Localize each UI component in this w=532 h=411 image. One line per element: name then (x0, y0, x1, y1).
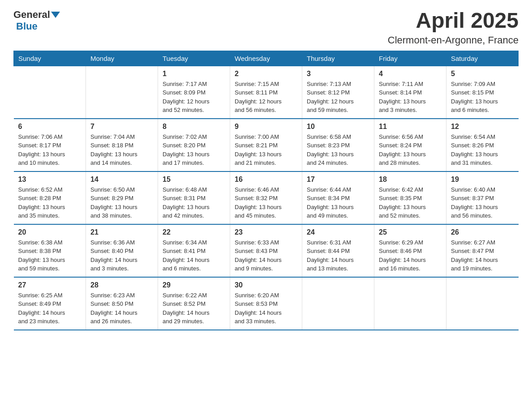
day-info: Sunrise: 6:44 AM Sunset: 8:34 PM Dayligh… (307, 185, 369, 220)
day-info: Sunrise: 7:00 AM Sunset: 8:21 PM Dayligh… (235, 133, 297, 167)
day-info: Sunrise: 7:13 AM Sunset: 8:12 PM Dayligh… (307, 80, 369, 115)
day-number: 15 (163, 176, 225, 184)
day-info: Sunrise: 7:06 AM Sunset: 8:17 PM Dayligh… (18, 133, 82, 167)
logo-blue-text: Blue (16, 21, 38, 32)
weekday-header-thursday: Thursday (302, 51, 374, 66)
calendar-cell: 10Sunrise: 6:58 AM Sunset: 8:23 PM Dayli… (302, 119, 374, 171)
calendar-cell: 28Sunrise: 6:23 AM Sunset: 8:50 PM Dayli… (86, 277, 158, 330)
calendar-cell: 30Sunrise: 6:20 AM Sunset: 8:53 PM Dayli… (230, 277, 302, 330)
calendar-week-2: 6Sunrise: 7:06 AM Sunset: 8:17 PM Daylig… (14, 119, 519, 171)
calendar-cell: 9Sunrise: 7:00 AM Sunset: 8:21 PM Daylig… (230, 119, 302, 171)
calendar-subtitle: Clermont-en-Argonne, France (388, 34, 519, 46)
day-number: 16 (235, 176, 297, 184)
day-info: Sunrise: 7:17 AM Sunset: 8:09 PM Dayligh… (163, 80, 225, 115)
calendar-cell: 20Sunrise: 6:38 AM Sunset: 8:38 PM Dayli… (14, 224, 86, 277)
weekday-header-sunday: Sunday (14, 51, 86, 66)
page-header: General Blue April 2025 Clermont-en-Argo… (13, 9, 519, 46)
day-number: 11 (379, 123, 442, 131)
day-info: Sunrise: 6:38 AM Sunset: 8:38 PM Dayligh… (18, 238, 82, 273)
calendar-cell: 27Sunrise: 6:25 AM Sunset: 8:49 PM Dayli… (14, 277, 86, 330)
weekday-header-wednesday: Wednesday (230, 51, 302, 66)
calendar-cell: 17Sunrise: 6:44 AM Sunset: 8:34 PM Dayli… (302, 171, 374, 224)
day-info: Sunrise: 6:23 AM Sunset: 8:50 PM Dayligh… (90, 291, 153, 326)
logo-general-text: General (13, 9, 50, 21)
calendar-cell: 29Sunrise: 6:22 AM Sunset: 8:52 PM Dayli… (158, 277, 230, 330)
calendar-cell: 18Sunrise: 6:42 AM Sunset: 8:35 PM Dayli… (374, 171, 446, 224)
day-number: 6 (18, 123, 82, 131)
day-number: 13 (18, 176, 82, 184)
calendar-cell: 7Sunrise: 7:04 AM Sunset: 8:18 PM Daylig… (86, 119, 158, 171)
day-info: Sunrise: 6:20 AM Sunset: 8:53 PM Dayligh… (235, 291, 297, 326)
calendar-cell: 6Sunrise: 7:06 AM Sunset: 8:17 PM Daylig… (14, 119, 86, 171)
day-info: Sunrise: 6:31 AM Sunset: 8:44 PM Dayligh… (307, 238, 369, 273)
day-info: Sunrise: 6:48 AM Sunset: 8:31 PM Dayligh… (163, 185, 225, 220)
day-number: 7 (90, 123, 153, 131)
weekday-header-tuesday: Tuesday (158, 51, 230, 66)
calendar-cell: 2Sunrise: 7:15 AM Sunset: 8:11 PM Daylig… (230, 66, 302, 119)
day-number: 23 (235, 228, 297, 236)
day-number: 2 (235, 70, 297, 78)
day-number: 20 (18, 228, 82, 236)
calendar-cell: 5Sunrise: 7:09 AM Sunset: 8:15 PM Daylig… (446, 66, 519, 119)
day-number: 14 (90, 176, 153, 184)
title-block: April 2025 Clermont-en-Argonne, France (388, 9, 519, 46)
calendar-week-5: 27Sunrise: 6:25 AM Sunset: 8:49 PM Dayli… (14, 277, 519, 330)
day-info: Sunrise: 6:46 AM Sunset: 8:32 PM Dayligh… (235, 185, 297, 220)
day-number: 4 (379, 70, 442, 78)
calendar-cell: 4Sunrise: 7:11 AM Sunset: 8:14 PM Daylig… (374, 66, 446, 119)
day-info: Sunrise: 6:40 AM Sunset: 8:37 PM Dayligh… (451, 185, 514, 220)
day-number: 24 (307, 228, 369, 236)
calendar-cell: 11Sunrise: 6:56 AM Sunset: 8:24 PM Dayli… (374, 119, 446, 171)
calendar-cell (14, 66, 86, 119)
day-info: Sunrise: 7:02 AM Sunset: 8:20 PM Dayligh… (163, 133, 225, 167)
weekday-header-row: SundayMondayTuesdayWednesdayThursdayFrid… (14, 51, 519, 66)
day-info: Sunrise: 6:29 AM Sunset: 8:46 PM Dayligh… (379, 238, 442, 273)
day-info: Sunrise: 6:42 AM Sunset: 8:35 PM Dayligh… (379, 185, 442, 220)
calendar-cell: 3Sunrise: 7:13 AM Sunset: 8:12 PM Daylig… (302, 66, 374, 119)
day-info: Sunrise: 6:25 AM Sunset: 8:49 PM Dayligh… (18, 291, 82, 326)
weekday-header-friday: Friday (374, 51, 446, 66)
logo-arrow-icon (51, 12, 60, 18)
day-number: 19 (451, 176, 514, 184)
day-info: Sunrise: 6:34 AM Sunset: 8:41 PM Dayligh… (163, 238, 225, 273)
calendar-cell: 26Sunrise: 6:27 AM Sunset: 8:47 PM Dayli… (446, 224, 519, 277)
day-info: Sunrise: 6:58 AM Sunset: 8:23 PM Dayligh… (307, 133, 369, 167)
weekday-header-saturday: Saturday (446, 51, 519, 66)
day-info: Sunrise: 6:56 AM Sunset: 8:24 PM Dayligh… (379, 133, 442, 167)
calendar-cell: 12Sunrise: 6:54 AM Sunset: 8:26 PM Dayli… (446, 119, 519, 171)
calendar-cell: 19Sunrise: 6:40 AM Sunset: 8:37 PM Dayli… (446, 171, 519, 224)
calendar-cell: 13Sunrise: 6:52 AM Sunset: 8:28 PM Dayli… (14, 171, 86, 224)
day-number: 17 (307, 176, 369, 184)
calendar-table: SundayMondayTuesdayWednesdayThursdayFrid… (13, 51, 519, 330)
day-info: Sunrise: 7:04 AM Sunset: 8:18 PM Dayligh… (90, 133, 153, 167)
day-info: Sunrise: 7:09 AM Sunset: 8:15 PM Dayligh… (451, 80, 514, 115)
day-info: Sunrise: 6:36 AM Sunset: 8:40 PM Dayligh… (90, 238, 153, 273)
calendar-title: April 2025 (388, 9, 519, 33)
calendar-cell: 14Sunrise: 6:50 AM Sunset: 8:29 PM Dayli… (86, 171, 158, 224)
calendar-cell: 25Sunrise: 6:29 AM Sunset: 8:46 PM Dayli… (374, 224, 446, 277)
day-info: Sunrise: 6:50 AM Sunset: 8:29 PM Dayligh… (90, 185, 153, 220)
day-info: Sunrise: 6:27 AM Sunset: 8:47 PM Dayligh… (451, 238, 514, 273)
day-number: 3 (307, 70, 369, 78)
calendar-cell: 24Sunrise: 6:31 AM Sunset: 8:44 PM Dayli… (302, 224, 374, 277)
calendar-week-3: 13Sunrise: 6:52 AM Sunset: 8:28 PM Dayli… (14, 171, 519, 224)
calendar-cell: 21Sunrise: 6:36 AM Sunset: 8:40 PM Dayli… (86, 224, 158, 277)
calendar-cell (374, 277, 446, 330)
day-number: 10 (307, 123, 369, 131)
calendar-week-1: 1Sunrise: 7:17 AM Sunset: 8:09 PM Daylig… (14, 66, 519, 119)
day-info: Sunrise: 7:15 AM Sunset: 8:11 PM Dayligh… (235, 80, 297, 115)
day-info: Sunrise: 6:52 AM Sunset: 8:28 PM Dayligh… (18, 185, 82, 220)
day-info: Sunrise: 6:54 AM Sunset: 8:26 PM Dayligh… (451, 133, 514, 167)
day-number: 26 (451, 228, 514, 236)
day-number: 30 (235, 281, 297, 289)
day-number: 29 (163, 281, 225, 289)
calendar-cell (86, 66, 158, 119)
day-info: Sunrise: 6:22 AM Sunset: 8:52 PM Dayligh… (163, 291, 225, 326)
calendar-body: 1Sunrise: 7:17 AM Sunset: 8:09 PM Daylig… (14, 66, 519, 330)
calendar-week-4: 20Sunrise: 6:38 AM Sunset: 8:38 PM Dayli… (14, 224, 519, 277)
calendar-cell (446, 277, 519, 330)
day-number: 28 (90, 281, 153, 289)
weekday-header-monday: Monday (86, 51, 158, 66)
day-info: Sunrise: 6:33 AM Sunset: 8:43 PM Dayligh… (235, 238, 297, 273)
day-number: 18 (379, 176, 442, 184)
